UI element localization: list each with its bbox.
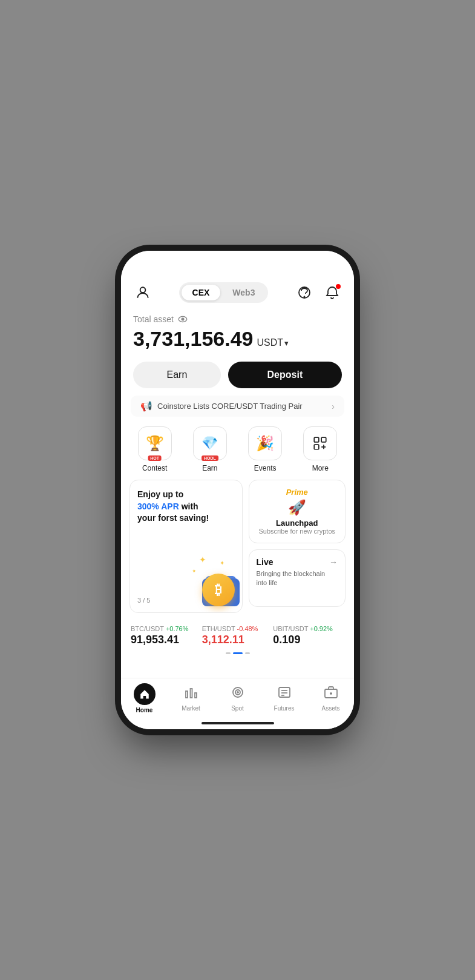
live-subtitle: Bringing the blockchain into life <box>257 569 338 588</box>
eth-price: 3,112.11 <box>202 634 274 646</box>
ticker-ubit[interactable]: UBIT/USDT +0.92% 0.109 <box>273 625 344 646</box>
contest-icon-box: 🏆 HOT <box>138 426 172 460</box>
apr-card[interactable]: Enjoy up to 300% APR with your forst sav… <box>129 480 243 613</box>
chevron-right-icon: › <box>332 402 335 411</box>
assets-icon <box>324 685 338 703</box>
svg-point-0 <box>140 287 146 293</box>
web3-tab[interactable]: Web3 <box>221 285 266 300</box>
bottom-nav: Home Market Spot Future <box>121 678 354 717</box>
launchpad-title: Launchpad <box>276 518 318 528</box>
home-label: Home <box>136 707 153 713</box>
asset-currency[interactable]: USDT ▾ <box>257 337 289 348</box>
apr-text: Enjoy up to 300% APR with your forst sav… <box>137 489 235 525</box>
svg-rect-5 <box>315 437 319 442</box>
header-icons <box>295 283 342 302</box>
nav-spot[interactable]: Spot <box>220 685 256 712</box>
announcement-banner[interactable]: 📢 Coinstore Lists CORE/USDT Trading Pair… <box>131 396 344 417</box>
action-row: Earn Deposit <box>121 354 354 396</box>
page-indicator: 3 / 5 <box>137 597 150 604</box>
profile-icon[interactable] <box>133 283 152 302</box>
svg-rect-10 <box>186 691 188 698</box>
svg-rect-7 <box>315 445 319 449</box>
svg-point-4 <box>182 318 184 320</box>
launchpad-subtitle: Subscribe for new cryptos <box>258 528 335 535</box>
asset-label: Total asset <box>133 314 342 325</box>
asset-amount: 3,731,156.49 USDT ▾ <box>133 327 342 351</box>
ticker-eth[interactable]: ETH/USDT -0.48% 3,112.11 <box>202 625 274 646</box>
cards-row: Enjoy up to 300% APR with your forst sav… <box>121 480 354 613</box>
dot-2 <box>233 652 243 654</box>
ubit-price: 0.109 <box>273 634 344 646</box>
home-icon <box>134 683 156 705</box>
events-icon-box: 🎉 <box>248 426 282 460</box>
hodl-badge: HODL <box>201 455 218 461</box>
announcement-content: 📢 Coinstore Lists CORE/USDT Trading Pair <box>140 400 303 412</box>
menu-item-contest[interactable]: 🏆 HOT Contest <box>133 426 177 472</box>
earn-icon-box: 💎 HODL <box>193 426 227 460</box>
events-label: Events <box>254 464 277 472</box>
right-cards: Prime 🚀 Launchpad Subscribe for new cryp… <box>249 480 346 613</box>
megaphone-icon: 📢 <box>140 400 152 412</box>
dot-3 <box>245 652 250 654</box>
more-label: More <box>312 464 329 472</box>
ticker-btc[interactable]: BTC/USDT +0.76% 91,953.41 <box>131 625 202 646</box>
mode-toggle: CEX Web3 <box>179 282 269 303</box>
scroll-dots <box>121 650 354 658</box>
grid-icon <box>312 435 328 451</box>
nav-assets[interactable]: Assets <box>313 685 349 712</box>
spot-icon <box>231 685 245 703</box>
spot-label: Spot <box>231 705 244 712</box>
rocket-icon: 🚀 <box>288 499 306 516</box>
quick-menu: 🏆 HOT Contest 💎 HODL Earn 🎉 Events <box>121 422 354 480</box>
eth-pair: ETH/USDT -0.48% <box>202 625 274 632</box>
futures-label: Futures <box>274 705 295 712</box>
notification-badge <box>336 284 341 289</box>
menu-item-earn[interactable]: 💎 HODL Earn <box>188 426 232 472</box>
live-card[interactable]: Live → Bringing the blockchain into life <box>249 549 346 607</box>
live-card-header: Live → <box>257 557 338 567</box>
market-icon <box>184 685 198 703</box>
hot-badge: HOT <box>148 455 162 461</box>
deposit-button[interactable]: Deposit <box>228 362 342 388</box>
btc-price: 91,953.41 <box>131 634 202 646</box>
market-label: Market <box>182 705 200 712</box>
app-header: CEX Web3 <box>121 277 354 308</box>
svg-rect-11 <box>190 689 192 698</box>
svg-rect-6 <box>322 437 327 442</box>
ticker-row: BTC/USDT +0.76% 91,953.41 ETH/USDT -0.48… <box>121 619 354 650</box>
more-icon-box <box>303 426 337 460</box>
svg-point-15 <box>237 692 238 693</box>
dot-1 <box>226 652 231 654</box>
notification-icon[interactable] <box>323 283 342 302</box>
menu-item-more[interactable]: More <box>298 426 342 472</box>
nav-home[interactable]: Home <box>126 683 163 713</box>
asset-section: Total asset 3,731,156.49 USDT ▾ <box>121 308 354 354</box>
ubit-pair: UBIT/USDT +0.92% <box>273 625 344 632</box>
home-bar <box>201 722 274 724</box>
arrow-right-icon: → <box>329 557 338 567</box>
btc-pair: BTC/USDT +0.76% <box>131 625 202 632</box>
futures-icon <box>277 685 292 703</box>
contest-label: Contest <box>142 464 167 472</box>
coin-illustration: ₿ ✦ ✦ ✦ <box>188 555 240 606</box>
assets-label: Assets <box>321 705 339 712</box>
svg-rect-12 <box>195 693 197 698</box>
home-indicator <box>121 717 354 729</box>
earn-button[interactable]: Earn <box>133 362 221 388</box>
earn-menu-label: Earn <box>202 464 217 472</box>
live-title: Live <box>257 557 274 567</box>
prime-label: Prime <box>286 488 308 497</box>
cex-tab[interactable]: CEX <box>182 285 221 300</box>
menu-item-events[interactable]: 🎉 Events <box>243 426 287 472</box>
visibility-icon[interactable] <box>177 314 188 325</box>
launchpad-card[interactable]: Prime 🚀 Launchpad Subscribe for new cryp… <box>249 480 346 543</box>
nav-market[interactable]: Market <box>173 685 209 712</box>
svg-point-2 <box>304 297 304 297</box>
nav-futures[interactable]: Futures <box>266 685 303 712</box>
support-icon[interactable] <box>295 283 314 302</box>
